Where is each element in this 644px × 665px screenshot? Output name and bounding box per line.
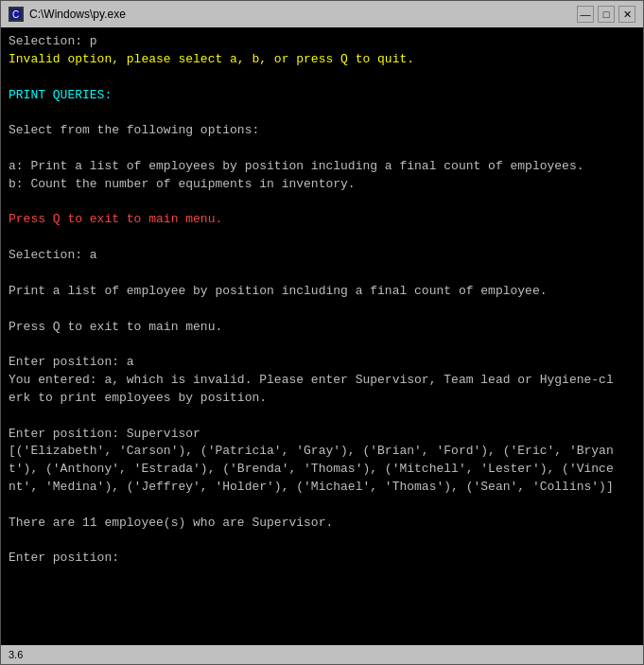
- minimize-button[interactable]: —: [577, 6, 594, 23]
- terminal-line: PRINT QUERIES:: [9, 87, 635, 105]
- window-title: C:\Windows\py.exe: [29, 8, 126, 21]
- terminal-line: [9, 265, 635, 283]
- terminal-line: [9, 194, 635, 212]
- terminal-line: Selection: p: [9, 33, 635, 51]
- title-bar-buttons: — □ ✕: [577, 6, 635, 23]
- terminal-line: Selection: a: [9, 247, 635, 265]
- maximize-button[interactable]: □: [598, 6, 615, 23]
- terminal-line: You entered: a, which is invalid. Please…: [9, 372, 635, 390]
- terminal-line: a: Print a list of employees by position…: [9, 158, 635, 176]
- terminal-line: Invalid option, please select a, b, or p…: [9, 51, 635, 69]
- terminal-output: Selection: pInvalid option, please selec…: [1, 27, 643, 645]
- terminal-line: Enter position: a: [9, 354, 635, 372]
- close-button[interactable]: ✕: [618, 6, 635, 23]
- svg-text:C: C: [12, 9, 19, 20]
- terminal-line: Press Q to exit to main menu.: [9, 211, 635, 229]
- terminal-line: Print a list of employee by position inc…: [9, 283, 635, 301]
- window: C C:\Windows\py.exe — □ ✕ Selection: pIn…: [0, 0, 644, 665]
- terminal-line: There are 11 employee(s) who are Supervi…: [9, 515, 635, 533]
- terminal-line: Press Q to exit to main menu.: [9, 319, 635, 337]
- terminal-line: nt', 'Medina'), ('Jeffrey', 'Holder'), (…: [9, 479, 635, 497]
- terminal-line: [9, 497, 635, 515]
- terminal-line: [9, 408, 635, 426]
- terminal-line: b: Count the number of equipments in inv…: [9, 176, 635, 194]
- terminal-line: Enter position: Supervisor: [9, 426, 635, 444]
- status-bar: 3.6: [1, 645, 643, 664]
- terminal-line: [9, 229, 635, 247]
- terminal-line: [9, 301, 635, 319]
- terminal-line: [9, 533, 635, 551]
- terminal-line: [9, 336, 635, 354]
- title-bar-left: C C:\Windows\py.exe: [9, 7, 126, 22]
- terminal-line: [('Elizabeth', 'Carson'), ('Patricia', '…: [9, 443, 635, 461]
- title-bar: C C:\Windows\py.exe — □ ✕: [1, 1, 643, 27]
- python-version: 3.6: [9, 649, 23, 660]
- terminal-line: [9, 140, 635, 158]
- terminal-line: [9, 69, 635, 87]
- window-icon: C: [9, 7, 24, 22]
- terminal-line: Enter position:: [9, 550, 635, 568]
- terminal-line: [9, 104, 635, 122]
- terminal-line: t'), ('Anthony', 'Estrada'), ('Brenda', …: [9, 461, 635, 479]
- terminal-line: Select from the following options:: [9, 122, 635, 140]
- terminal-line: erk to print employees by position.: [9, 390, 635, 408]
